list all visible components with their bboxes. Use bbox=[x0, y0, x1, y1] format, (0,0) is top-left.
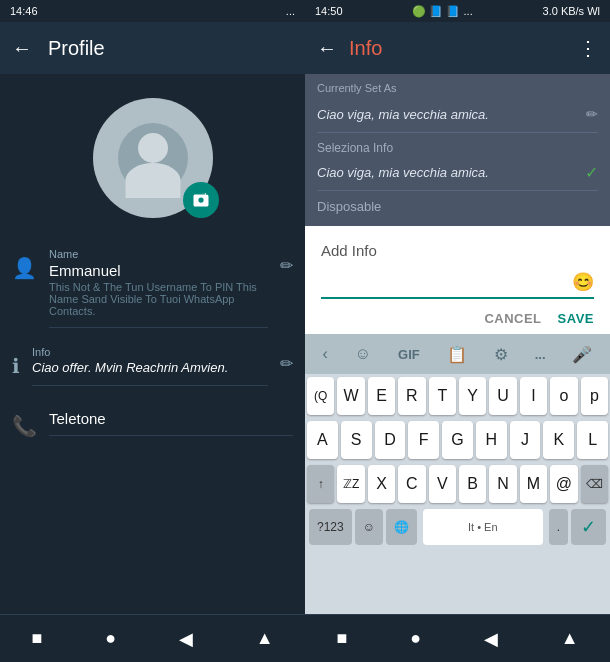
nav-menu-left[interactable]: ▲ bbox=[256, 628, 274, 649]
time-left: 14:46 bbox=[10, 5, 38, 17]
add-info-input-row: 😊 bbox=[321, 271, 594, 299]
nav-square-left[interactable]: ■ bbox=[31, 628, 42, 649]
key-c[interactable]: C bbox=[398, 465, 425, 503]
nav-circle-right[interactable]: ● bbox=[410, 628, 421, 649]
key-s[interactable]: S bbox=[341, 421, 372, 459]
bottom-nav-left: ■ ● ◀ ▲ bbox=[0, 614, 305, 662]
key-h[interactable]: H bbox=[476, 421, 507, 459]
person-icon: 👤 bbox=[12, 256, 37, 280]
nav-square-right[interactable]: ■ bbox=[336, 628, 347, 649]
key-enter[interactable]: ✓ bbox=[571, 509, 606, 545]
time-right: 14:50 bbox=[315, 5, 343, 17]
key-m[interactable]: M bbox=[520, 465, 547, 503]
key-d[interactable]: D bbox=[375, 421, 406, 459]
key-i[interactable]: I bbox=[520, 377, 547, 415]
key-x[interactable]: X bbox=[368, 465, 395, 503]
name-edit-button[interactable]: ✏ bbox=[280, 256, 293, 275]
add-info-input[interactable] bbox=[321, 274, 572, 291]
key-q[interactable]: (Q bbox=[307, 377, 334, 415]
key-y[interactable]: Y bbox=[459, 377, 486, 415]
key-backspace[interactable]: ⌫ bbox=[581, 465, 608, 503]
keyboard-row-1: (Q W E R T Y U I o p bbox=[305, 374, 610, 418]
info-section: ℹ Info Ciao offer. Mvin Reachrin Amvien.… bbox=[0, 332, 305, 392]
name-label: Name bbox=[49, 248, 268, 260]
key-u[interactable]: U bbox=[489, 377, 516, 415]
key-l[interactable]: L bbox=[577, 421, 608, 459]
keyboard-toolbar: ‹ ☺ GIF 📋 ⚙ ... 🎤 bbox=[305, 334, 610, 374]
key-j[interactable]: J bbox=[510, 421, 541, 459]
keyboard-row-3: ↑ ℤZ X C V B N M @ ⌫ bbox=[305, 462, 610, 506]
kb-emoji-icon[interactable]: ☺ bbox=[355, 345, 371, 363]
nav-back-right[interactable]: ◀ bbox=[484, 628, 498, 650]
back-button-left[interactable]: ← bbox=[12, 37, 32, 60]
key-space[interactable]: It • En bbox=[423, 509, 543, 545]
seleziona-item: Ciao viga, mia vecchia amica. ✓ bbox=[317, 159, 598, 186]
key-t[interactable]: T bbox=[429, 377, 456, 415]
nav-circle-left[interactable]: ● bbox=[105, 628, 116, 649]
kb-mic-icon[interactable]: 🎤 bbox=[572, 345, 592, 364]
name-content: Name Emmanuel This Not & The Tun Usernam… bbox=[49, 238, 268, 328]
nav-back-left[interactable]: ◀ bbox=[179, 628, 193, 650]
save-button[interactable]: SAVE bbox=[558, 311, 594, 326]
phone-label: Teletone bbox=[49, 410, 293, 427]
header-left: ← Profile bbox=[0, 22, 305, 74]
name-value: Emmanuel bbox=[49, 262, 268, 279]
keyboard-row-4: ?123 ☺ 🌐 It • En . ✓ bbox=[305, 506, 610, 548]
key-n[interactable]: N bbox=[489, 465, 516, 503]
key-g[interactable]: G bbox=[442, 421, 473, 459]
info-icon: ℹ bbox=[12, 354, 20, 378]
key-emoji-small[interactable]: ☺ bbox=[355, 509, 383, 545]
right-panel: 14:50 🟢 📘 📘 ... 3.0 KB/s Wl ← Info ⋮ Cur… bbox=[305, 0, 610, 662]
back-button-right[interactable]: ← bbox=[317, 37, 337, 60]
phone-section: 📞 Teletone bbox=[0, 392, 305, 442]
bottom-nav-right: ■ ● ◀ ▲ bbox=[305, 614, 610, 662]
key-k[interactable]: K bbox=[543, 421, 574, 459]
avatar-section bbox=[0, 74, 305, 234]
edit-icon-right[interactable]: ✏ bbox=[586, 106, 598, 122]
currently-set-label: Currently Set As bbox=[317, 82, 598, 94]
seleziona-value: Ciao viga, mia vecchia amica. bbox=[317, 165, 489, 180]
cancel-button[interactable]: CANCEL bbox=[484, 311, 541, 326]
key-o[interactable]: o bbox=[550, 377, 577, 415]
key-e[interactable]: E bbox=[368, 377, 395, 415]
camera-button[interactable] bbox=[183, 182, 219, 218]
camera-icon bbox=[192, 191, 210, 209]
key-period[interactable]: . bbox=[549, 509, 568, 545]
status-extra-left: ... bbox=[286, 5, 295, 17]
page-title-left: Profile bbox=[48, 37, 105, 60]
header-right: ← Info ⋮ bbox=[305, 22, 610, 74]
kb-gif-button[interactable]: GIF bbox=[398, 347, 420, 362]
key-shift[interactable]: ↑ bbox=[307, 465, 334, 503]
key-at[interactable]: @ bbox=[550, 465, 577, 503]
key-w[interactable]: W bbox=[337, 377, 364, 415]
kb-back-icon[interactable]: ‹ bbox=[322, 345, 327, 363]
menu-button-right[interactable]: ⋮ bbox=[578, 36, 598, 60]
key-v[interactable]: V bbox=[429, 465, 456, 503]
nav-menu-right[interactable]: ▲ bbox=[561, 628, 579, 649]
key-z[interactable]: ℤZ bbox=[337, 465, 364, 503]
info-edit-button[interactable]: ✏ bbox=[280, 354, 293, 373]
key-globe[interactable]: 🌐 bbox=[386, 509, 417, 545]
seleziona-label: Seleziona Info bbox=[317, 137, 598, 159]
info-label: Info bbox=[32, 346, 268, 358]
key-a[interactable]: A bbox=[307, 421, 338, 459]
status-indicators-right: 🟢 📘 📘 ... bbox=[412, 5, 472, 18]
status-bar-right: 14:50 🟢 📘 📘 ... 3.0 KB/s Wl bbox=[305, 0, 610, 22]
name-section: 👤 Name Emmanuel This Not & The Tun Usern… bbox=[0, 234, 305, 332]
kb-settings-icon[interactable]: ⚙ bbox=[494, 345, 508, 364]
keyboard-section: ‹ ☺ GIF 📋 ⚙ ... 🎤 (Q W E R T Y U I o p A… bbox=[305, 334, 610, 614]
avatar-person-icon bbox=[118, 123, 188, 193]
key-r[interactable]: R bbox=[398, 377, 425, 415]
kb-more-button[interactable]: ... bbox=[535, 347, 546, 362]
disposable-label: Disposable bbox=[317, 195, 598, 218]
emoji-icon[interactable]: 😊 bbox=[572, 271, 594, 293]
info-value: Ciao offer. Mvin Reachrin Amvien. bbox=[32, 360, 268, 375]
key-p[interactable]: p bbox=[581, 377, 608, 415]
kb-clipboard-icon[interactable]: 📋 bbox=[447, 345, 467, 364]
divider2 bbox=[317, 190, 598, 191]
key-f[interactable]: F bbox=[408, 421, 439, 459]
key-b[interactable]: B bbox=[459, 465, 486, 503]
phone-icon: 📞 bbox=[12, 414, 37, 438]
network-right: 3.0 KB/s Wl bbox=[543, 5, 600, 17]
key-numbers[interactable]: ?123 bbox=[309, 509, 352, 545]
